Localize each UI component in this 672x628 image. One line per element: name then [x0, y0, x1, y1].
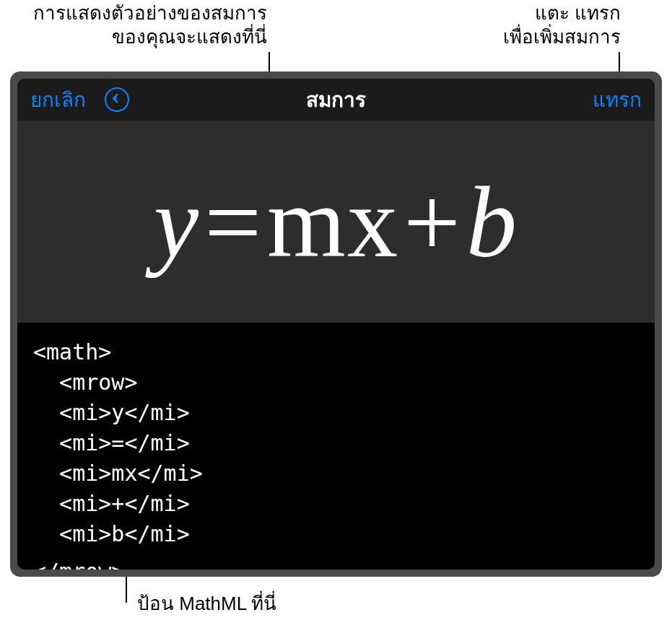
mathml-code-overflow: </mrow>: [33, 565, 124, 570]
undo-button[interactable]: [105, 87, 129, 112]
equation-preview: y=mx+b: [17, 121, 655, 323]
callout-preview-label: การแสดงตัวอย่างของสมการของคุณจะแสดงที่นี…: [29, 1, 267, 48]
eq-equals: =: [200, 166, 267, 278]
equation-dialog: ยกเลิก สมการ แทรก y=mx+b <math> <mrow> <…: [17, 79, 655, 570]
mathml-input[interactable]: <math> <mrow> <mi>y</mi> <mi>=</mi> <mi>…: [17, 323, 655, 570]
equation-dialog-frame: ยกเลิก สมการ แทรก y=mx+b <math> <mrow> <…: [10, 71, 662, 577]
callout-insert-label: แตะ แทรกเพื่อเพิ่มสมการ: [476, 1, 621, 48]
eq-var-y: y: [154, 166, 200, 278]
cancel-button[interactable]: ยกเลิก: [30, 84, 86, 115]
eq-mx: mx: [267, 166, 399, 278]
equation-rendered: y=mx+b: [154, 164, 518, 280]
callout-text: การแสดงตัวอย่างของสมการของคุณจะแสดงที่นี…: [33, 2, 267, 48]
callout-text: แตะ แทรกเพื่อเพิ่มสมการ: [503, 2, 621, 48]
eq-plus: +: [399, 166, 466, 278]
callout-input-label: ป้อน MathML ที่นี่: [137, 592, 426, 616]
callout-text: ป้อน MathML ที่นี่: [137, 593, 276, 614]
undo-icon: [110, 92, 124, 107]
mathml-code[interactable]: <math> <mrow> <mi>y</mi> <mi>=</mi> <mi>…: [33, 337, 639, 549]
eq-var-b: b: [466, 166, 518, 278]
toolbar: ยกเลิก สมการ แทรก: [17, 79, 655, 121]
insert-button[interactable]: แทรก: [593, 84, 642, 115]
dialog-title: สมการ: [306, 84, 366, 115]
